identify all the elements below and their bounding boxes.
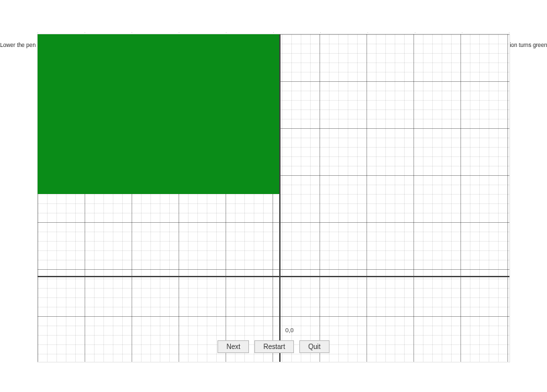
highlighted-quadrant[interactable] xyxy=(38,34,279,194)
next-button[interactable]: Next xyxy=(217,340,249,353)
axis-horizontal xyxy=(38,276,509,277)
restart-button[interactable]: Restart xyxy=(254,340,293,353)
button-row: Next Restart Quit xyxy=(0,340,547,353)
origin-label: 0,0 xyxy=(285,327,294,334)
axis-vertical xyxy=(279,34,281,362)
test-canvas[interactable] xyxy=(37,34,510,362)
axis-top-ticks: ..... ...... xyxy=(37,28,510,34)
quit-button[interactable]: Quit xyxy=(299,340,329,353)
